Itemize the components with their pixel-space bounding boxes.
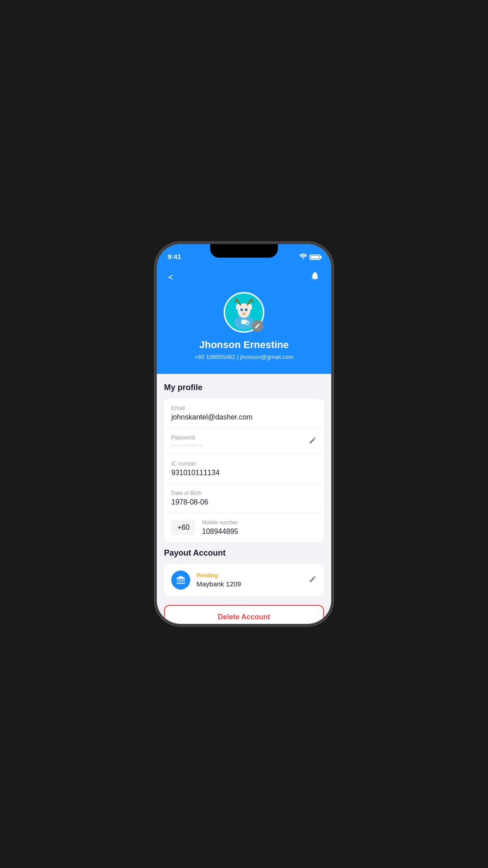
user-contact: +60 108955462 | jhonson@gmail.com	[194, 354, 293, 360]
ic-label: IC number	[171, 461, 317, 467]
notch	[210, 244, 278, 258]
mobile-label: Mobile number	[202, 519, 317, 526]
profile-content: My profile Email johnskantel@dasher.com …	[157, 374, 331, 624]
email-value: johnskantel@dasher.com	[171, 413, 317, 421]
email-field-row: Email johnskantel@dasher.com	[164, 399, 324, 428]
ic-value: 931010111134	[171, 469, 317, 477]
status-icons	[300, 254, 320, 260]
country-code: +60	[171, 520, 196, 535]
bank-icon	[171, 571, 190, 590]
payout-status: Pending	[197, 572, 302, 579]
svg-point-14	[242, 309, 243, 310]
notification-bell-button[interactable]	[308, 269, 322, 285]
edit-avatar-button[interactable]	[252, 320, 263, 332]
payout-card: Pending Maybank 1209	[164, 564, 324, 596]
header-nav: <	[166, 269, 322, 285]
dob-value: 1978-08-06	[171, 498, 317, 506]
svg-point-15	[246, 309, 247, 310]
status-time: 9:41	[168, 253, 181, 260]
mobile-value: 108944895	[202, 528, 317, 536]
password-edit-button[interactable]	[309, 436, 317, 446]
delete-account-button[interactable]: Delete Account	[164, 605, 324, 624]
svg-point-12	[240, 308, 243, 311]
svg-point-13	[245, 308, 248, 311]
payout-edit-button[interactable]	[309, 575, 317, 585]
user-name: Jhonson Ernestine	[199, 339, 289, 351]
email-label: Email	[171, 405, 317, 411]
svg-point-11	[248, 304, 252, 310]
payout-section-title: Payout Account	[164, 548, 324, 558]
svg-point-0	[303, 258, 304, 259]
dob-label: Date of Birth	[171, 490, 317, 496]
phone-frame: 9:41 <	[156, 243, 332, 625]
back-button[interactable]: <	[166, 270, 176, 284]
profile-header: <	[157, 264, 331, 374]
avatar-container	[224, 292, 264, 333]
phone-screen: 9:41 <	[157, 244, 331, 624]
battery-icon	[310, 255, 320, 260]
password-value: ············	[171, 443, 309, 448]
dob-field-row: Date of Birth 1978-08-06	[164, 484, 324, 513]
ic-field-row: IC number 931010111134	[164, 454, 324, 484]
password-field-row: Password ············	[164, 428, 324, 454]
profile-fields-card: Email johnskantel@dasher.com Password ··…	[164, 399, 324, 542]
payout-bank: Maybank 1209	[197, 580, 302, 588]
my-profile-title: My profile	[164, 383, 324, 392]
svg-rect-17	[241, 320, 247, 324]
password-label: Password	[171, 434, 309, 441]
wifi-icon	[300, 254, 307, 260]
svg-point-10	[236, 304, 240, 310]
mobile-field-row: +60 Mobile number 108944895	[164, 513, 324, 542]
